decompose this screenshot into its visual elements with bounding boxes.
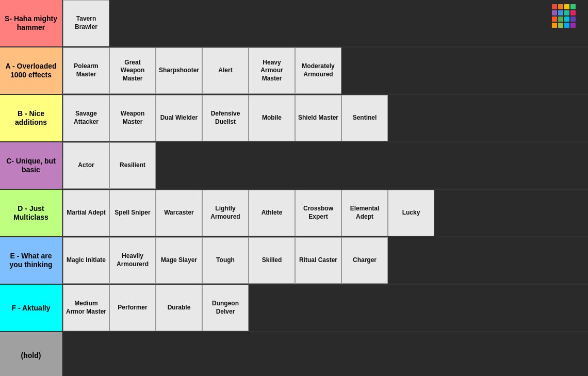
logo-cell — [570, 4, 576, 9]
tier-item[interactable]: Spell Sniper — [109, 190, 156, 236]
logo-cell — [564, 17, 569, 22]
tier-item[interactable]: Mage Slayer — [156, 237, 202, 284]
tier-item[interactable]: Crossbow Expert — [295, 190, 341, 236]
tier-item[interactable]: Alert — [202, 47, 249, 94]
tier-label-c: C- Unique, but basic — [0, 142, 62, 189]
tier-label-f: F - Aktually — [0, 285, 62, 331]
tier-item[interactable]: Great Weapon Master — [109, 47, 156, 94]
tier-label-d: D - Just Multiclass — [0, 190, 62, 236]
logo-cell — [564, 23, 569, 28]
tier-item[interactable]: Resilient — [109, 142, 156, 189]
page-wrapper: S- Haha mighty hammerTavern BrawlerA - O… — [0, 0, 588, 376]
tier-item[interactable]: Dual Wielder — [156, 95, 202, 141]
tier-item[interactable]: Polearm Master — [63, 47, 109, 94]
tier-row-d: D - Just MulticlassMartial AdeptSpell Sn… — [0, 190, 588, 237]
tier-item[interactable]: Tavern Brawler — [63, 0, 109, 46]
tier-items-d: Martial AdeptSpell SniperWarcasterLightl… — [62, 190, 588, 236]
logo-cell — [570, 23, 576, 28]
logo-cell — [558, 23, 563, 28]
tier-label-s: S- Haha mighty hammer — [0, 0, 62, 46]
tier-items-e: Magic InitiateHeavily ArmourerdMage Slay… — [62, 237, 588, 284]
tier-item[interactable]: Martial Adept — [63, 190, 109, 236]
tier-item[interactable]: Lucky — [388, 190, 434, 236]
tier-label-b: B - Nice additions — [0, 95, 62, 141]
tier-item[interactable]: Savage Attacker — [63, 95, 109, 141]
tier-item[interactable]: Actor — [63, 142, 109, 189]
logo-cell — [558, 4, 563, 9]
tier-label-e: E - What are you thinking — [0, 237, 62, 284]
tier-items-c: ActorResilient — [62, 142, 588, 189]
tier-item[interactable]: Magic Initiate — [63, 237, 109, 284]
tier-item[interactable]: Sentinel — [341, 95, 388, 141]
logo-cell — [558, 17, 563, 22]
logo-cell — [552, 4, 557, 9]
tier-row-c: C- Unique, but basicActorResilient — [0, 142, 588, 190]
tier-item[interactable]: Elemental Adept — [341, 190, 388, 236]
tier-item[interactable]: Durable — [156, 285, 202, 331]
tier-row-e: E - What are you thinkingMagic InitiateH… — [0, 237, 588, 285]
tier-item[interactable]: Athlete — [249, 190, 295, 236]
tier-item[interactable]: Sharpshooter — [156, 47, 202, 94]
tier-item[interactable]: Warcaster — [156, 190, 202, 236]
tier-item[interactable]: Shield Master — [295, 95, 341, 141]
tier-label-hold: (hold) — [0, 332, 62, 376]
tier-item[interactable]: Lightly Armoured — [202, 190, 249, 236]
tier-item[interactable]: Skilled — [249, 237, 295, 284]
tier-items-a: Polearm MasterGreat Weapon MasterSharpsh… — [62, 47, 588, 94]
logo-cell — [570, 17, 576, 22]
tier-item[interactable]: Weapon Master — [109, 95, 156, 141]
logo-cell — [552, 10, 557, 15]
tier-row-b: B - Nice additionsSavage AttackerWeapon … — [0, 95, 588, 142]
tier-row-hold: (hold) — [0, 332, 588, 376]
logo-grid — [552, 4, 576, 28]
logo-cell — [570, 10, 576, 15]
tier-item[interactable]: Dungeon Delver — [202, 285, 249, 331]
tier-item[interactable]: Performer — [109, 285, 156, 331]
tier-row-a: A - Overloaded 1000 effectsPolearm Maste… — [0, 47, 588, 95]
logo-cell — [552, 23, 557, 28]
tier-items-f: Medium Armor MasterPerformerDurableDunge… — [62, 285, 588, 331]
tier-items-b: Savage AttackerWeapon MasterDual Wielder… — [62, 95, 588, 141]
logo-cell — [552, 17, 557, 22]
logo-cell — [564, 10, 569, 15]
tiermaker-logo — [552, 4, 580, 28]
tier-item[interactable]: Defensive Duelist — [202, 95, 249, 141]
tier-item[interactable]: Charger — [341, 237, 388, 284]
logo-cell — [564, 4, 569, 9]
tier-label-a: A - Overloaded 1000 effects — [0, 47, 62, 94]
tier-items-hold — [62, 332, 588, 376]
tier-row-f: F - AktuallyMedium Armor MasterPerformer… — [0, 285, 588, 332]
tier-items-s: Tavern Brawler — [62, 0, 588, 46]
tier-item[interactable]: Heavily Armourerd — [109, 237, 156, 284]
tier-item[interactable]: Ritual Caster — [295, 237, 341, 284]
tier-item[interactable]: Moderately Armoured — [295, 47, 341, 94]
logo-cell — [558, 10, 563, 15]
tier-item[interactable]: Mobile — [249, 95, 295, 141]
tier-container: S- Haha mighty hammerTavern BrawlerA - O… — [0, 0, 588, 376]
tier-item[interactable]: Heavy Armour Master — [249, 47, 295, 94]
tier-row-s: S- Haha mighty hammerTavern Brawler — [0, 0, 588, 47]
tier-item[interactable]: Medium Armor Master — [63, 285, 109, 331]
tier-item[interactable]: Tough — [202, 237, 249, 284]
